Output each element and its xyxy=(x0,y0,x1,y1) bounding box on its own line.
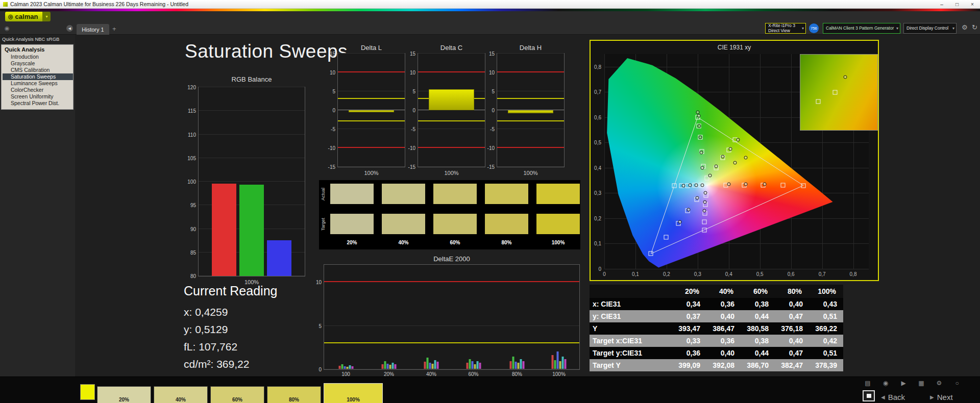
calman-logo-text: calman xyxy=(15,13,38,20)
next-button[interactable]: ▶ Next xyxy=(930,391,953,403)
table-header-cell: 40% xyxy=(706,285,741,298)
table-cell-value: 0,42 xyxy=(809,335,843,347)
deltae-bar xyxy=(389,365,391,369)
y-axis-tick: 5 xyxy=(332,89,335,94)
actual-swatch-40% xyxy=(382,184,425,204)
workflow-tree: Quick Analysis IntroductionGrayscaleCMS … xyxy=(1,44,74,110)
deltae-bar xyxy=(476,361,478,369)
workflow-root[interactable]: Quick Analysis xyxy=(3,46,73,54)
sidebar-item-spectral-power-dist-[interactable]: Spectral Power Dist. xyxy=(3,100,73,107)
deltae-bar xyxy=(346,367,348,369)
grid-line xyxy=(324,369,579,369)
sidebar-item-introduction[interactable]: Introduction xyxy=(3,54,73,60)
y-axis-tick: 10 xyxy=(489,70,495,75)
pattern-generator-dropdown[interactable]: CalMAN Client 3 Pattern Generator ▾ xyxy=(823,23,900,34)
sidebar-item-colorchecker[interactable]: ColorChecker xyxy=(3,87,73,93)
y-axis-tick: -15 xyxy=(487,164,495,170)
limit-line-red xyxy=(324,281,579,282)
delta-h-plot: 151050-5-10-15 xyxy=(497,53,565,167)
display-control-dropdown[interactable]: Direct Display Control ▾ xyxy=(903,23,957,34)
back-icon: ◀ xyxy=(881,394,885,400)
y-axis-tick: 0,1 xyxy=(594,241,601,246)
delta-c-bar xyxy=(429,89,474,110)
close-button[interactable]: × xyxy=(965,2,980,7)
pattern-window-button[interactable] xyxy=(863,390,875,401)
sidebar-item-saturation-sweeps[interactable]: Saturation Sweeps xyxy=(3,73,73,80)
reading-x: x: 0,4259 xyxy=(184,304,277,321)
cie-measured-marker xyxy=(697,124,701,128)
calman-logo-menu[interactable]: ◎ calman ▾ xyxy=(5,12,51,21)
logo-dropdown-icon[interactable]: ▾ xyxy=(42,12,51,21)
deltae-bar xyxy=(559,361,561,369)
maximize-button[interactable]: □ xyxy=(949,2,965,7)
meter-dropdown[interactable]: X-Rite i1Pro 3 Direct View ▾ xyxy=(765,23,806,34)
power-icon[interactable]: ○ xyxy=(953,380,961,387)
cie-measured-marker xyxy=(698,136,702,139)
play-icon[interactable]: ▶ xyxy=(899,380,908,387)
tab-history-1[interactable]: History 1 xyxy=(77,24,109,35)
add-tab-button[interactable]: + xyxy=(112,25,116,33)
y-axis-tick: 0,6 xyxy=(594,114,601,120)
y-axis-tick: 0 xyxy=(332,108,335,113)
x-axis-tick: 0,3 xyxy=(694,271,701,277)
sidebar-item-screen-uniformity[interactable]: Screen Uniformity xyxy=(3,93,73,100)
sidebar-collapse-button[interactable]: ◀ xyxy=(66,25,73,32)
table-cell-value: 0,40 xyxy=(706,310,741,322)
x-axis-tick: 0,8 xyxy=(850,271,857,277)
deltae-bar xyxy=(344,366,346,369)
cie-measured-marker xyxy=(733,161,737,164)
pattern-swatch-100%[interactable]: 100% xyxy=(324,383,383,403)
pattern-swatch-40%[interactable]: 40% xyxy=(154,386,208,403)
deltae-bar xyxy=(474,364,476,369)
bottom-mini-swatch[interactable] xyxy=(80,384,95,400)
meter-status-badge[interactable]: 756 xyxy=(809,23,819,33)
y-axis-tick: 120 xyxy=(187,85,196,90)
pattern-swatch-label: 40% xyxy=(154,397,207,402)
grid-icon[interactable]: ▦ xyxy=(917,380,925,387)
settings-gear-icon[interactable]: ⚙ xyxy=(962,23,968,31)
sidebar-item-cms-calibration[interactable]: CMS Calibration xyxy=(3,67,73,73)
limit-line-yellow xyxy=(418,120,485,121)
target-swatch-20% xyxy=(330,214,374,234)
refresh-icon[interactable]: ↻ xyxy=(972,23,977,31)
cie-table-body: x: CIE310,340,360,380,400,43y: CIE310,37… xyxy=(590,298,843,371)
y-axis-tick: 5 xyxy=(412,89,415,94)
display-icon[interactable]: ▤ xyxy=(864,380,872,387)
table-cell-value: 0,47 xyxy=(775,347,809,359)
table-cell-value: 0,44 xyxy=(741,347,775,359)
pattern-generator-name: CalMAN Client 3 Pattern Generator xyxy=(826,26,895,31)
y-axis-tick: -15 xyxy=(328,164,335,170)
table-cell-value: 0,40 xyxy=(706,347,741,359)
sidebar-item-luminance-sweeps[interactable]: Luminance Sweeps xyxy=(3,80,73,87)
reading-fl: fL: 107,762 xyxy=(184,338,277,356)
y-axis-tick: 15 xyxy=(330,51,335,57)
deltae-bar xyxy=(384,361,386,369)
back-button[interactable]: ◀ Back xyxy=(881,391,905,403)
deltae-group xyxy=(466,264,481,369)
inset-measured-marker xyxy=(843,75,847,79)
swatch-col-label: 80% xyxy=(485,240,528,245)
delta-l-bar xyxy=(349,110,394,112)
minimize-button[interactable]: – xyxy=(934,2,949,7)
table-row: x: CIE310,340,360,380,400,43 xyxy=(590,298,843,310)
limit-line-red xyxy=(418,147,485,148)
rgb-bar-green xyxy=(239,185,264,276)
cie-measured-marker xyxy=(700,183,704,187)
deltae-bar xyxy=(382,364,384,369)
x-axis-tick: 0,6 xyxy=(788,271,795,277)
cie-measured-marker xyxy=(682,184,685,187)
swatch-col-label: 100% xyxy=(536,240,580,245)
pattern-swatch-80%[interactable]: 80% xyxy=(267,386,321,403)
sidebar-item-grayscale[interactable]: Grayscale xyxy=(3,60,73,67)
swatch-col-label: 40% xyxy=(382,240,425,245)
pattern-swatch-60%[interactable]: 60% xyxy=(210,386,264,403)
cie-target-marker xyxy=(801,183,806,188)
actual-swatch-60% xyxy=(433,184,477,204)
app-menu-icon[interactable]: ◉ xyxy=(5,25,10,32)
bottom-swatches: 20%40%60%80%100% xyxy=(97,383,383,403)
settings-icon[interactable]: ⚙ xyxy=(935,380,943,387)
y-axis-tick: 85 xyxy=(190,250,196,256)
table-header-cell: 100% xyxy=(809,285,843,298)
meter-icon[interactable]: ◉ xyxy=(881,380,890,387)
pattern-swatch-20%[interactable]: 20% xyxy=(97,386,151,403)
